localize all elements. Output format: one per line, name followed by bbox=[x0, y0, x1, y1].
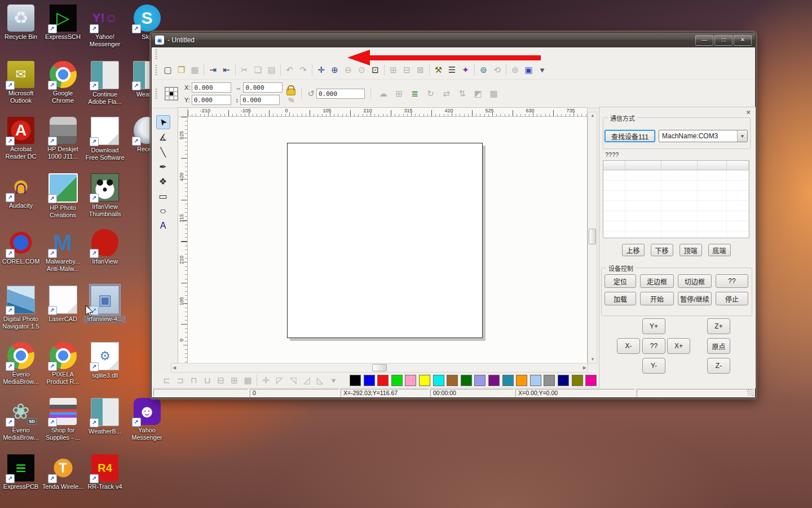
desktop-icon-download-free-software[interactable]: ↗Download Free Software bbox=[84, 117, 126, 161]
vertical-scrollbar[interactable]: ▲ ▼ bbox=[588, 112, 597, 364]
scroll-up-icon[interactable]: ▲ bbox=[590, 113, 595, 118]
color-swatch-5[interactable] bbox=[405, 375, 416, 386]
preview-monitor-button[interactable]: ▣ bbox=[522, 64, 535, 77]
height-field[interactable] bbox=[240, 95, 280, 105]
rotate-field[interactable] bbox=[316, 89, 365, 99]
desktop-icon-tenda-wireless[interactable]: T↗Tenda Wirele... bbox=[42, 454, 84, 491]
layers-button[interactable]: ≣ bbox=[408, 87, 421, 100]
horizontal-scroll-thumb[interactable] bbox=[372, 364, 387, 371]
color-swatch-2[interactable] bbox=[364, 375, 375, 386]
jog-z-minus-button[interactable]: Z- bbox=[707, 358, 730, 374]
color-swatch-16[interactable] bbox=[558, 375, 569, 386]
color-swatch-14[interactable] bbox=[530, 375, 541, 386]
color-swatch-13[interactable] bbox=[516, 375, 527, 386]
control-button-row2-2[interactable]: 开始 bbox=[640, 292, 674, 305]
color-swatch-7[interactable] bbox=[433, 375, 444, 386]
desktop-icon-microsoft-outlook[interactable]: ✉↗Microsoft Outlook bbox=[0, 61, 42, 104]
desktop-icon-sqlite3-dll[interactable]: ⚙↗sqlite3.dll bbox=[84, 342, 126, 379]
maximize-button[interactable]: □ bbox=[714, 35, 732, 46]
desktop-icon-expresssch[interactable]: ▷↗ExpressSCH bbox=[42, 5, 84, 41]
rectangle-tool[interactable]: ▭ bbox=[157, 190, 170, 203]
resize-grip[interactable] bbox=[747, 389, 754, 396]
vertical-scroll-thumb[interactable] bbox=[589, 229, 596, 244]
panel-close-icon[interactable]: ✕ bbox=[744, 109, 752, 116]
order-button-1[interactable]: 上移 bbox=[622, 244, 645, 256]
desktop-icon-lasercad[interactable]: ↗LaserCAD bbox=[42, 286, 84, 323]
color-swatch-3[interactable] bbox=[377, 375, 389, 386]
horizontal-scrollbar[interactable]: ◀ ▶ bbox=[171, 363, 588, 373]
desktop-icon-digital-photo-navigator[interactable]: ↗Digital Photo Navigator 1.5 bbox=[0, 286, 42, 330]
open-file-button[interactable]: ❐ bbox=[175, 64, 188, 77]
jog-z-plus-button[interactable]: Z+ bbox=[707, 318, 730, 334]
width-field[interactable] bbox=[243, 82, 283, 93]
control-button-row1-4[interactable]: ?? bbox=[716, 274, 748, 288]
zoom-page-button[interactable]: ⊡ bbox=[369, 64, 382, 77]
desktop-icon-irfanview[interactable]: ↗IrfanView bbox=[84, 229, 126, 265]
scroll-right-icon[interactable]: ▶ bbox=[583, 366, 586, 370]
scroll-down-icon[interactable]: ▼ bbox=[590, 357, 595, 362]
jog-y-plus-button[interactable]: Y+ bbox=[642, 318, 665, 334]
control-button-row1-1[interactable]: 定位 bbox=[604, 274, 636, 288]
chevron-down-icon[interactable]: ▼ bbox=[737, 130, 747, 142]
order-button-2[interactable]: 下移 bbox=[651, 244, 673, 256]
pen-tool[interactable]: ✒ bbox=[157, 160, 170, 173]
toolbar-overflow-button[interactable]: ▾ bbox=[536, 64, 549, 77]
color-swatch-11[interactable] bbox=[488, 375, 500, 386]
new-file-button[interactable]: ▢ bbox=[161, 64, 174, 77]
desktop-icon-hp-photo-creations[interactable]: ↗HP Photo Creations bbox=[42, 173, 84, 219]
desktop-icon-everio-mediabrowser[interactable]: ↗Everio MediaBrow... bbox=[0, 342, 42, 386]
desktop-icon-acrobat-reader-dc[interactable]: A↗Acrobat Reader DC bbox=[0, 117, 42, 160]
table-row[interactable] bbox=[603, 170, 749, 181]
color-swatch-6[interactable] bbox=[419, 375, 430, 386]
desktop-icon-weatherbug[interactable]: ↗WeatherB... bbox=[84, 398, 126, 435]
lock-aspect-icon[interactable] bbox=[286, 89, 295, 95]
desktop-icon-recycle-bin[interactable]: ♻Recycle Bin bbox=[0, 5, 42, 41]
color-swatch-8[interactable] bbox=[447, 375, 458, 386]
control-button-row1-3[interactable]: 切边框 bbox=[678, 274, 712, 288]
table-row[interactable] bbox=[603, 221, 749, 231]
color-swatch-1[interactable] bbox=[350, 375, 361, 386]
color-swatch-17[interactable] bbox=[572, 375, 583, 386]
ellipse-tool[interactable]: ○ bbox=[157, 204, 170, 217]
desktop-icon-yahoo-messenger[interactable]: ☻↗Yahoo Messenger bbox=[126, 398, 168, 441]
desktop-icon-everio-mediabrowser-sd[interactable]: ❀↗SDEverio MediaBrow... bbox=[0, 398, 42, 441]
bezier-node-tool[interactable]: ❖ bbox=[157, 175, 170, 188]
task-list-table[interactable] bbox=[603, 160, 749, 238]
order-button-3[interactable]: 顶端 bbox=[679, 244, 702, 256]
machine-select[interactable]: MachName:COM3 ▼ bbox=[659, 130, 748, 142]
desktop-icon-yahoo-messenger-classic[interactable]: Y!☺↗Yahoo! Messenger bbox=[84, 5, 126, 48]
color-swatch-12[interactable] bbox=[502, 375, 514, 386]
import-button[interactable]: ⇥ bbox=[206, 64, 219, 77]
anchor-grid[interactable] bbox=[165, 87, 178, 100]
jog-x-plus-button[interactable]: X+ bbox=[667, 338, 690, 354]
desktop-icon-expresspcb[interactable]: ≡↗ExpressPCB bbox=[0, 454, 42, 491]
drawing-canvas[interactable] bbox=[187, 116, 588, 364]
desktop-icon-rr-track[interactable]: R4↗RR-Track v4 bbox=[84, 454, 126, 491]
x-position-field[interactable] bbox=[192, 82, 231, 93]
jog-x-minus-button[interactable]: X- bbox=[617, 338, 640, 354]
table-row[interactable] bbox=[603, 231, 749, 238]
table-row[interactable] bbox=[603, 211, 749, 221]
control-button-row1-2[interactable]: 走边框 bbox=[640, 274, 674, 288]
pan-tool-button[interactable]: ✛ bbox=[315, 64, 328, 77]
table-row[interactable] bbox=[603, 191, 749, 201]
desktop-icon-audacity[interactable]: ∩↗Audacity bbox=[0, 173, 42, 209]
table-row[interactable] bbox=[603, 181, 749, 191]
jog-center-button[interactable]: ?? bbox=[642, 338, 665, 354]
desktop-icon-pixela-product[interactable]: ↗PIXELA Product R... bbox=[42, 342, 84, 386]
find-device-button[interactable]: 查找设备111 bbox=[604, 130, 655, 142]
export-button[interactable]: ⇤ bbox=[220, 64, 233, 77]
titlebar[interactable]: ◉ - Untitled — □ ✕ bbox=[152, 33, 755, 47]
color-swatch-10[interactable] bbox=[474, 375, 486, 386]
origin-button[interactable]: 原点 bbox=[707, 338, 730, 354]
desktop-icon-google-chrome[interactable]: ↗Google Chrome bbox=[42, 61, 84, 104]
desktop-icon-irfanview-thumbnails[interactable]: ↗IrfanView Thumbnails bbox=[84, 173, 126, 218]
scroll-left-icon[interactable]: ◀ bbox=[173, 366, 176, 370]
desktop-icon-corel-com[interactable]: ↗COREL.COM bbox=[0, 229, 42, 265]
canvas-page[interactable] bbox=[287, 143, 483, 338]
control-button-row2-1[interactable]: 加载 bbox=[604, 292, 636, 305]
close-button[interactable]: ✕ bbox=[734, 35, 752, 46]
select-tool[interactable]: ➤ bbox=[156, 115, 170, 129]
order-button-4[interactable]: 底端 bbox=[708, 244, 731, 256]
color-swatch-4[interactable] bbox=[391, 375, 403, 386]
